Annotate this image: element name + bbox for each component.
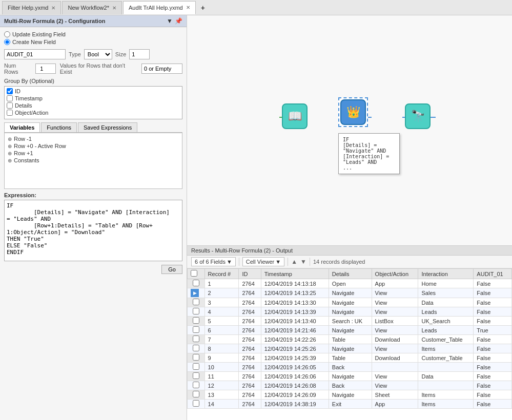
table-row[interactable]: 6276412/04/2019 14:21:46NavigateViewLead… xyxy=(188,326,512,335)
close-tab-3[interactable]: ✕ xyxy=(186,5,190,10)
table-cell: Back xyxy=(329,381,372,390)
table-row[interactable]: 5276412/04/2019 14:13:40Search : UKListB… xyxy=(188,317,512,326)
table-row[interactable]: ▶2276412/04/2019 14:13:25NavigateViewSal… xyxy=(188,288,512,298)
table-cell: 13 xyxy=(204,390,239,400)
tab-saved-expressions[interactable]: Saved Expressions xyxy=(78,122,137,132)
node-input[interactable]: 📖 xyxy=(282,103,308,129)
group-by-timestamp[interactable]: Timestamp xyxy=(6,95,181,102)
tab-filter-help[interactable]: Filter Help.yxmd ✕ xyxy=(2,1,61,14)
table-cell: False xyxy=(474,372,512,381)
group-by-list: ID Timestamp Details Object/Action xyxy=(4,86,182,119)
results-toolbar: 6 of 6 Fields ▼ Cell Viewer ▼ ▲ ▼ 14 rec… xyxy=(187,256,512,268)
fields-dropdown-arrow: ▼ xyxy=(227,259,232,265)
tab-functions[interactable]: Functions xyxy=(41,122,77,132)
radio-group: Update Existing Field Create New Field xyxy=(4,31,182,45)
table-row[interactable]: 8276412/04/2019 14:25:26NavigateViewItem… xyxy=(188,344,512,353)
data-table-wrapper[interactable]: Record # ID Timestamp Details Object/Act… xyxy=(187,268,512,420)
tab-variables[interactable]: Variables xyxy=(4,122,40,132)
col-interaction: Interaction xyxy=(418,269,474,279)
pin-icon[interactable]: 📌 xyxy=(175,17,182,25)
tree-row-minus1[interactable]: ⊕ Row -1 xyxy=(7,135,180,142)
table-cell: 12/04/2019 14:25:39 xyxy=(261,353,329,363)
col-record: Record # xyxy=(204,269,239,279)
table-cell: Navigate xyxy=(329,344,372,353)
col-object-action: Object/Action xyxy=(372,269,418,279)
table-cell: 2764 xyxy=(239,307,261,317)
numrows-input[interactable] xyxy=(35,64,56,74)
group-by-details[interactable]: Details xyxy=(6,102,181,109)
canvas-area[interactable]: 📖 👑 🔭 IF [Details] = "Navigate" AND xyxy=(187,15,512,246)
cell-viewer-dropdown[interactable]: Cell Viewer ▼ xyxy=(242,257,284,266)
table-cell: False xyxy=(474,344,512,353)
close-tab-2[interactable]: ✕ xyxy=(112,5,116,11)
update-existing-radio[interactable]: Update Existing Field xyxy=(4,31,182,37)
table-cell: 7 xyxy=(204,335,239,344)
size-input[interactable] xyxy=(129,49,150,59)
col-id: ID xyxy=(239,269,261,279)
close-tab-1[interactable]: ✕ xyxy=(51,5,55,11)
table-row[interactable]: 11276412/04/2019 14:26:06NavigateViewDat… xyxy=(188,372,512,381)
expand-icon-2: ⊕ xyxy=(8,143,12,149)
table-cell: 2764 xyxy=(239,326,261,335)
table-cell: Search : UK xyxy=(329,317,372,326)
table-cell: Open xyxy=(329,279,372,288)
table-row[interactable]: 1276412/04/2019 14:13:18OpenAppHomeFalse xyxy=(188,279,512,288)
table-cell: False xyxy=(474,298,512,307)
node-formula-icon: 👑 xyxy=(340,99,366,125)
table-row[interactable]: 9276412/04/2019 14:25:39TableDownloadCus… xyxy=(188,353,512,363)
add-tab-button[interactable]: + xyxy=(197,3,209,13)
tree-constants[interactable]: ⊕ Constants xyxy=(7,157,180,164)
table-cell: Customer_Table xyxy=(418,353,474,363)
cell-viewer-arrow: ▼ xyxy=(275,259,281,265)
table-cell: Table xyxy=(329,335,372,344)
field-name-input[interactable] xyxy=(4,49,66,59)
type-select[interactable]: Bool String Int32 xyxy=(84,49,112,59)
go-button[interactable]: Go xyxy=(161,265,182,274)
table-cell: 1 xyxy=(204,279,239,288)
table-cell: 5 xyxy=(204,317,239,326)
numrows-row: Num Rows Values for Rows that don't Exis… xyxy=(4,62,182,75)
group-by-id[interactable]: ID xyxy=(6,88,181,95)
expression-input[interactable]: IF [Details] = "Navigate" AND [Interacti… xyxy=(4,200,182,261)
table-cell: 6 xyxy=(204,326,239,335)
table-cell: False xyxy=(474,390,512,400)
tab-bar: Filter Help.yxmd ✕ New Workflow2* ✕ AudI… xyxy=(0,0,512,15)
empty-value-input[interactable] xyxy=(141,64,182,74)
tab-audit-trail[interactable]: AudIt TrAll Help.yxmd ✕ xyxy=(123,1,196,14)
table-cell: Table xyxy=(329,353,372,363)
table-row[interactable]: 12276412/04/2019 14:26:08BackViewFalse xyxy=(188,381,512,390)
select-all-header[interactable] xyxy=(188,269,205,279)
sort-down-button[interactable]: ▼ xyxy=(300,258,306,265)
table-row[interactable]: 7276412/04/2019 14:22:26TableDownloadCus… xyxy=(188,335,512,344)
table-row[interactable]: 13276412/04/2019 14:26:09NavigateSheetIt… xyxy=(188,390,512,400)
minimize-icon[interactable]: ▼ xyxy=(167,17,173,25)
table-row[interactable]: 10276412/04/2019 14:26:05BackFalse xyxy=(188,363,512,372)
table-cell: 12/04/2019 14:13:30 xyxy=(261,298,329,307)
node-browse-icon: 🔭 xyxy=(405,103,431,129)
tree-row-active[interactable]: ⊕ Row +0 - Active Row xyxy=(7,142,180,150)
table-row[interactable]: 14276412/04/2019 14:38:19ExitAppItemsFal… xyxy=(188,400,512,409)
node-formula[interactable]: 👑 xyxy=(338,97,368,127)
table-cell: App xyxy=(372,279,418,288)
table-cell: View xyxy=(372,298,418,307)
table-cell: 2764 xyxy=(239,363,261,372)
table-cell: 3 xyxy=(204,298,239,307)
create-new-radio[interactable]: Create New Field xyxy=(4,39,182,45)
table-cell: 12/04/2019 14:13:18 xyxy=(261,279,329,288)
table-cell: 8 xyxy=(204,344,239,353)
table-cell: ListBox xyxy=(372,317,418,326)
group-by-object-action[interactable]: Object/Action xyxy=(6,109,181,116)
node-browse[interactable]: 🔭 xyxy=(405,103,431,129)
results-header: Results - Multi-Row Formula (2) - Output xyxy=(187,246,512,256)
table-row[interactable]: 3276412/04/2019 14:13:30NavigateViewData… xyxy=(188,298,512,307)
sort-up-button[interactable]: ▲ xyxy=(291,258,297,265)
table-cell: View xyxy=(372,307,418,317)
table-cell: False xyxy=(474,400,512,409)
tab-new-workflow[interactable]: New Workflow2* ✕ xyxy=(62,1,122,14)
table-cell: False xyxy=(474,279,512,288)
table-cell: 2764 xyxy=(239,335,261,344)
table-cell: View xyxy=(372,288,418,298)
fields-dropdown[interactable]: 6 of 6 Fields ▼ xyxy=(191,257,236,266)
table-row[interactable]: 4276412/04/2019 14:13:39NavigateViewLead… xyxy=(188,307,512,317)
tree-row-plus1[interactable]: ⊕ Row +1 xyxy=(7,150,180,157)
